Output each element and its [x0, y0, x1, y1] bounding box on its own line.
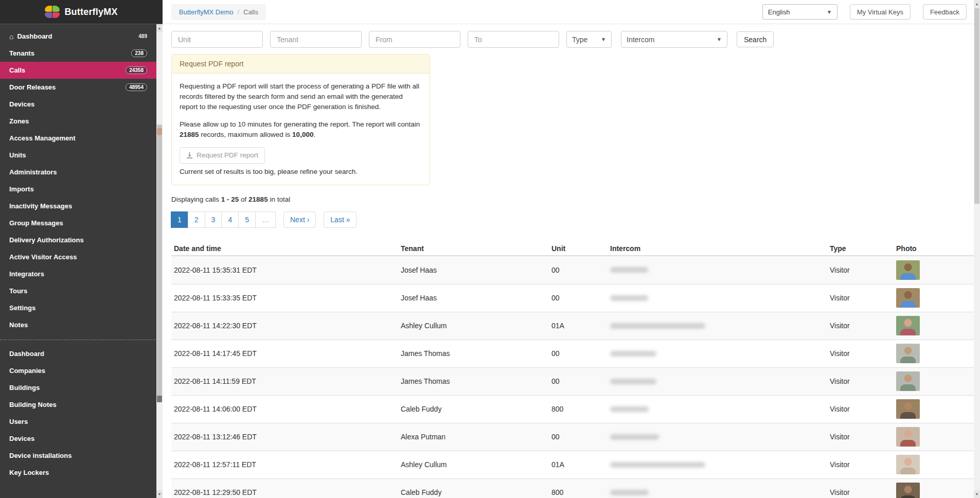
request-pdf-report-button[interactable]: Request PDF report: [180, 147, 265, 164]
sidebar-item[interactable]: Building Notes: [0, 396, 163, 413]
pagination-item[interactable]: …: [255, 211, 276, 228]
sidebar-item[interactable]: Units: [0, 147, 163, 164]
breadcrumb-link[interactable]: ButterflyMX Demo: [179, 8, 233, 16]
next-page-button[interactable]: Next ›: [283, 211, 316, 228]
sidebar-item[interactable]: Group Messages: [0, 215, 163, 232]
cell-datetime: 2022-08-11 14:17:45 EDT: [171, 349, 398, 358]
sidebar-item[interactable]: Dashboard: [0, 345, 163, 362]
sidebar-scrollbar-thumb[interactable]: [157, 124, 162, 402]
sidebar-item[interactable]: Tours: [0, 282, 163, 299]
visitor-photo-thumbnail[interactable]: [896, 427, 920, 447]
sidebar-item[interactable]: Calls 24358: [0, 62, 163, 79]
sidebar-item[interactable]: Administrators: [0, 164, 163, 181]
visitor-photo-thumbnail[interactable]: [896, 288, 920, 308]
sidebar-item-label-wrap: Delivery Authorizations: [9, 236, 84, 244]
tenant-filter-input[interactable]: [270, 31, 362, 48]
type-select[interactable]: Type ▼: [566, 31, 612, 48]
cell-type: Visitor: [827, 405, 894, 413]
app-window: ButterflyMX ⌂ Dashboard 489 Tenants: [0, 0, 980, 498]
col-header-photo: Photo: [894, 244, 980, 253]
brand-logo-bar[interactable]: ButterflyMX: [0, 0, 163, 24]
visitor-photo-thumbnail[interactable]: [896, 399, 920, 419]
page-scrollbar-thumb[interactable]: [974, 8, 979, 204]
my-virtual-keys-button[interactable]: My Virtual Keys: [850, 4, 911, 20]
scroll-down-icon[interactable]: ▼: [156, 490, 163, 498]
sidebar-item[interactable]: Devices: [0, 430, 163, 447]
cell-tenant: Josef Haas: [398, 266, 549, 274]
pagination-item[interactable]: 1: [171, 211, 188, 228]
sidebar-item[interactable]: Key Lockers: [0, 464, 163, 481]
sidebar-item[interactable]: Integrators: [0, 265, 163, 282]
sidebar-item[interactable]: Delivery Authorizations: [0, 232, 163, 248]
visitor-photo-thumbnail[interactable]: [896, 260, 920, 280]
sidebar-item[interactable]: ⌂ Dashboard 489: [0, 28, 163, 45]
pagination-item[interactable]: 3: [205, 211, 222, 228]
chevron-down-icon: ▼: [827, 9, 832, 15]
redacted-intercom-name: [610, 323, 705, 329]
sidebar-item-label: Companies: [9, 367, 45, 375]
sidebar-item[interactable]: Settings: [0, 299, 163, 316]
breadcrumb: ButterflyMX Demo / Calls: [171, 4, 266, 20]
pagination-item[interactable]: 2: [188, 211, 205, 228]
records-count: 21885: [180, 131, 199, 138]
scroll-up-icon[interactable]: ▲: [156, 24, 163, 32]
sidebar-item[interactable]: Access Management: [0, 130, 163, 147]
sidebar-item-label: Building Notes: [9, 401, 57, 408]
intercom-select[interactable]: Intercom ▼: [621, 31, 727, 48]
table-row: 2022-08-11 14:22:30 EDT Ashley Cullum 01…: [171, 312, 980, 340]
sidebar-item[interactable]: Device installations: [0, 447, 163, 464]
breadcrumb-separator: /: [237, 8, 239, 16]
sidebar-item[interactable]: Active Visitor Access: [0, 248, 163, 265]
sidebar-item[interactable]: Inactivity Messages: [0, 198, 163, 215]
sidebar-item[interactable]: Tenants 238: [0, 45, 163, 62]
pagination-item[interactable]: 4: [221, 211, 239, 228]
col-header-tenant: Tenant: [398, 244, 549, 253]
sidebar-item[interactable]: Notes: [0, 316, 163, 333]
home-icon: ⌂: [9, 33, 13, 40]
sidebar-item-label-wrap: ⌂ Dashboard: [9, 32, 52, 40]
pagination-item[interactable]: 5: [238, 211, 256, 228]
sidebar-item-label-wrap: Device installations: [9, 452, 72, 459]
cell-type: Visitor: [827, 377, 894, 385]
sidebar-item-label: Dashboard: [9, 350, 44, 358]
cell-intercom: [608, 351, 827, 357]
unit-filter-input[interactable]: [171, 31, 263, 48]
feedback-button[interactable]: Feedback: [923, 4, 967, 20]
sidebar-item[interactable]: Devices: [0, 96, 163, 113]
language-select[interactable]: English ▼: [762, 4, 838, 20]
scroll-up-icon[interactable]: ▲: [974, 0, 980, 8]
cell-unit: 01A: [549, 460, 608, 469]
sidebar-item[interactable]: Imports: [0, 181, 163, 198]
cell-photo: [894, 483, 980, 498]
table-row: 2022-08-11 13:12:46 EDT Alexa Putman 00 …: [171, 423, 980, 451]
pdf-paragraph2-prefix: Please allow up to 10 minutes for genera…: [180, 120, 420, 128]
visitor-photo-thumbnail[interactable]: [896, 455, 920, 474]
cell-unit: 00: [549, 266, 608, 274]
visitor-photo-thumbnail[interactable]: [896, 344, 920, 363]
sidebar-item[interactable]: Zones: [0, 113, 163, 130]
cell-tenant: Ashley Cullum: [398, 460, 549, 469]
sidebar-item[interactable]: Companies: [0, 362, 163, 379]
sidebar-item-label-wrap: Users: [9, 418, 28, 425]
visitor-photo-thumbnail[interactable]: [896, 316, 920, 335]
to-filter-input[interactable]: [468, 31, 559, 48]
scroll-down-icon[interactable]: ▼: [974, 490, 980, 498]
visitor-photo-thumbnail[interactable]: [896, 483, 920, 498]
table-row: 2022-08-11 14:06:00 EDT Caleb Fuddy 800 …: [171, 395, 980, 423]
visitor-photo-thumbnail[interactable]: [896, 371, 920, 391]
sidebar-scrollbar[interactable]: ▲ ▼: [156, 24, 163, 498]
last-page-button[interactable]: Last »: [324, 211, 357, 228]
sidebar-item[interactable]: Door Releases 48954: [0, 79, 163, 96]
search-button[interactable]: Search: [737, 31, 774, 47]
sidebar-item-label: Active Visitor Access: [9, 253, 77, 261]
sidebar-item[interactable]: Users: [0, 413, 163, 430]
cell-intercom: [608, 490, 827, 495]
sidebar-item-label: Devices: [9, 435, 34, 442]
page-scrollbar[interactable]: ▲ ▼: [974, 0, 980, 498]
table-row: 2022-08-11 14:17:45 EDT James Thomas 00 …: [171, 340, 980, 367]
cell-intercom: [608, 379, 827, 384]
cell-type: Visitor: [827, 488, 894, 496]
sidebar-item[interactable]: Buildings: [0, 379, 163, 396]
from-filter-input[interactable]: [369, 31, 460, 48]
brand-name: ButterflyMX: [64, 7, 117, 17]
